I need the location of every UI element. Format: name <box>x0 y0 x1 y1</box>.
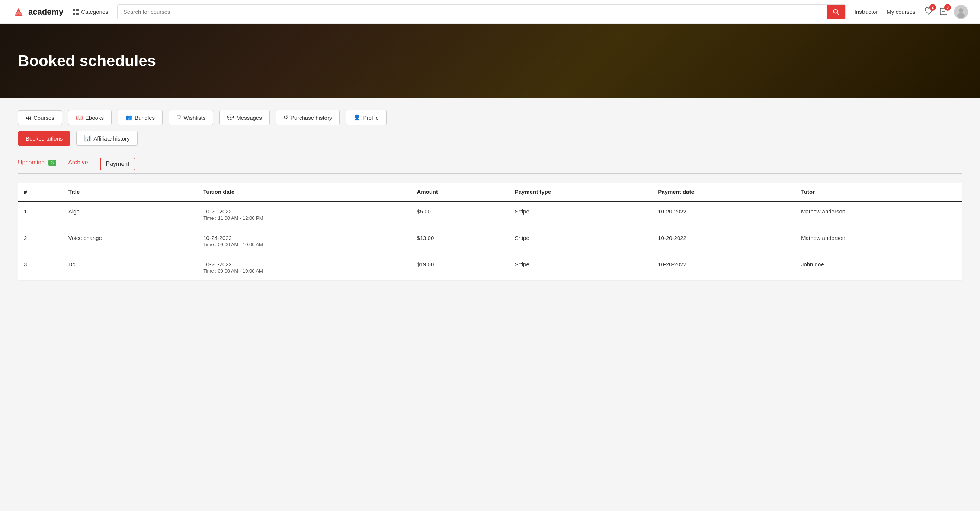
cell-amount: $5.00 <box>411 201 509 228</box>
courses-icon: ⏭ <box>25 114 31 121</box>
logo[interactable]: academy <box>12 5 63 19</box>
grid-icon <box>72 8 79 15</box>
affiliate-history-icon: 📊 <box>84 135 91 142</box>
purchase-history-icon: ↺ <box>283 114 288 121</box>
cell-payment-type: Srtipe <box>509 201 652 228</box>
payment-table: # Title Tuition date Amount Payment type… <box>18 182 962 281</box>
svg-rect-2 <box>73 9 75 11</box>
wishlists-icon: ♡ <box>177 114 181 121</box>
table-header-row: # Title Tuition date Amount Payment type… <box>18 182 962 201</box>
messages-icon: 💬 <box>227 114 234 121</box>
tab-wishlists-label: Wishlists <box>183 114 205 121</box>
sub-tab-payment[interactable]: Payment <box>100 158 135 170</box>
table-row: 3 Dc 10-20-2022 Time : 09:00 AM - 10:00 … <box>18 254 962 281</box>
tab-purchase-history[interactable]: ↺ Purchase history <box>276 110 340 125</box>
col-payment-date: Payment date <box>652 182 795 201</box>
svg-line-7 <box>837 13 838 14</box>
cell-amount: $19.00 <box>411 254 509 281</box>
search-input[interactable] <box>118 8 827 15</box>
cell-tutor: Mathew anderson <box>795 228 962 254</box>
tab-affiliate-history[interactable]: 📊 Affiliate history <box>76 131 137 146</box>
table-row: 2 Voice change 10-24-2022 Time : 09:00 A… <box>18 228 962 254</box>
col-num: # <box>18 182 62 201</box>
cart-badge: 0 <box>944 4 951 11</box>
tab-affiliate-history-label: Affiliate history <box>93 135 129 142</box>
navbar: academy Categories Instructor My courses <box>0 0 980 24</box>
search-button[interactable] <box>827 5 845 19</box>
cell-payment-date: 10-20-2022 <box>652 228 795 254</box>
tab-courses[interactable]: ⏭ Courses <box>18 111 62 125</box>
cell-num: 3 <box>18 254 62 281</box>
svg-point-9 <box>959 8 963 13</box>
sub-tab-archive-label: Archive <box>68 159 88 165</box>
logo-text: academy <box>28 7 63 17</box>
tab-messages[interactable]: 💬 Messages <box>219 110 269 125</box>
hero-banner: Booked schedules <box>0 24 980 98</box>
svg-rect-3 <box>76 9 78 11</box>
cell-payment-date: 10-20-2022 <box>652 201 795 228</box>
nav-icons: 2 0 <box>924 5 968 19</box>
tab-bundles[interactable]: 👥 Bundles <box>118 110 162 125</box>
tab-booked-tutions-label: Booked tutions <box>25 135 62 142</box>
tab-profile-label: Profile <box>363 114 379 121</box>
categories-label: Categories <box>81 8 108 15</box>
ebooks-icon: 📖 <box>76 114 83 121</box>
main-content: ⏭ Courses 📖 Ebooks 👥 Bundles ♡ Wishlists… <box>0 98 980 293</box>
sub-tab-upcoming-label: Upcoming <box>18 159 45 165</box>
bundles-icon: 👥 <box>126 114 132 121</box>
table-row: 1 Algo 10-20-2022 Time : 11:00 AM - 12:0… <box>18 201 962 228</box>
profile-icon: 👤 <box>353 114 361 121</box>
cell-title: Voice change <box>62 228 197 254</box>
tab-purchase-history-label: Purchase history <box>291 114 332 121</box>
search-icon <box>833 8 839 15</box>
cell-title: Algo <box>62 201 197 228</box>
tab-booked-tutions[interactable]: Booked tutions <box>18 131 70 146</box>
cell-num: 1 <box>18 201 62 228</box>
nav-tabs-row1: ⏭ Courses 📖 Ebooks 👥 Bundles ♡ Wishlists… <box>18 110 962 125</box>
tab-profile[interactable]: 👤 Profile <box>346 110 387 125</box>
search-bar <box>117 5 846 19</box>
nav-tabs-row2: Booked tutions 📊 Affiliate history <box>18 131 962 146</box>
sub-tab-payment-label: Payment <box>106 161 129 167</box>
tab-wishlists[interactable]: ♡ Wishlists <box>169 110 213 125</box>
cell-payment-type: Srtipe <box>509 228 652 254</box>
sub-tab-upcoming[interactable]: Upcoming 3 <box>18 159 56 169</box>
sub-tabs: Upcoming 3 Archive Payment <box>18 158 962 170</box>
svg-rect-4 <box>73 13 75 15</box>
categories-button[interactable]: Categories <box>72 8 108 15</box>
tab-courses-label: Courses <box>33 114 54 121</box>
col-tuition-date: Tuition date <box>197 182 411 201</box>
payment-table-container: # Title Tuition date Amount Payment type… <box>18 182 962 281</box>
col-title: Title <box>62 182 197 201</box>
sub-tab-archive[interactable]: Archive <box>68 159 88 169</box>
tab-bundles-label: Bundles <box>135 114 155 121</box>
nav-links: Instructor My courses <box>854 8 915 15</box>
tab-ebooks-label: Ebooks <box>85 114 104 121</box>
col-payment-type: Payment type <box>509 182 652 201</box>
cell-tutor: John doe <box>795 254 962 281</box>
tab-ebooks[interactable]: 📖 Ebooks <box>68 110 111 125</box>
cell-tuition-date: 10-20-2022 Time : 11:00 AM - 12:00 PM <box>197 201 411 228</box>
cell-payment-date: 10-20-2022 <box>652 254 795 281</box>
avatar[interactable] <box>954 5 968 19</box>
col-amount: Amount <box>411 182 509 201</box>
svg-point-10 <box>957 13 965 18</box>
col-tutor: Tutor <box>795 182 962 201</box>
wishlist-badge: 2 <box>929 4 936 11</box>
logo-icon <box>12 5 25 19</box>
cart-button[interactable]: 0 <box>939 6 948 17</box>
cell-tuition-date: 10-24-2022 Time : 09:00 AM - 10:00 AM <box>197 228 411 254</box>
page-title: Booked schedules <box>18 52 156 70</box>
cell-title: Dc <box>62 254 197 281</box>
instructor-link[interactable]: Instructor <box>854 8 878 15</box>
cell-amount: $13.00 <box>411 228 509 254</box>
svg-rect-5 <box>76 13 78 15</box>
wishlist-button[interactable]: 2 <box>924 6 933 17</box>
avatar-icon <box>955 6 967 18</box>
tab-messages-label: Messages <box>236 114 262 121</box>
my-courses-link[interactable]: My courses <box>887 8 915 15</box>
cell-payment-type: Srtipe <box>509 254 652 281</box>
cell-tuition-date: 10-20-2022 Time : 09:00 AM - 10:00 AM <box>197 254 411 281</box>
upcoming-badge: 3 <box>48 160 56 166</box>
cell-num: 2 <box>18 228 62 254</box>
